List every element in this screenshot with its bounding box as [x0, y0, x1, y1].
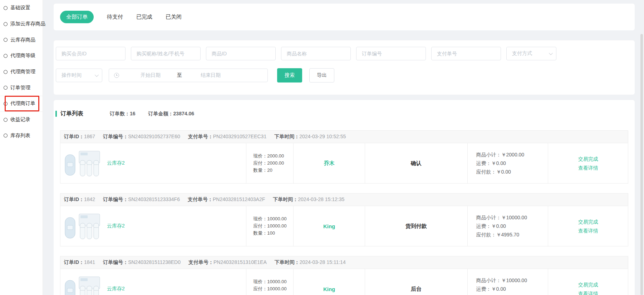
search-button[interactable]: 搜索	[277, 68, 302, 82]
order-no-label: 订单编号：	[103, 259, 128, 265]
sidebar-item-stock-list[interactable]: 库存列表	[0, 128, 43, 144]
pay-method-select[interactable]: 支付方式	[506, 47, 556, 60]
circle-icon	[4, 86, 8, 90]
pay-method-select-label: 支付方式	[512, 50, 532, 57]
circle-icon	[4, 54, 8, 58]
payable-line: 应付：10000.00	[253, 222, 293, 230]
price-line: 现价：2000.00	[253, 152, 293, 160]
order-body: 云库存2 现价：10000.00 应付：10000.00 数量：100 King…	[60, 206, 628, 246]
sidebar-item-label: 添加云库存商品	[10, 21, 45, 27]
tab-pending-payment[interactable]: 待支付	[107, 14, 123, 20]
start-date-placeholder[interactable]: 开始日期	[134, 72, 167, 79]
payable-line: 应付：2000.00	[253, 160, 293, 167]
order-time-value: 2024-03-28 15:11:14	[300, 259, 346, 265]
sidebar-item-income-records[interactable]: 收益记录	[0, 112, 43, 128]
sidebar: 基础设置 添加云库存商品 云库存商品 代理商等级 代理商管理 订单管理 代理商订…	[0, 0, 43, 295]
buyer-member-id-input[interactable]	[56, 47, 126, 60]
order-id-label: 订单ID：	[64, 259, 84, 265]
sidebar-item-label: 代理商等级	[10, 52, 35, 59]
order-status-text: 交易完成	[578, 155, 598, 162]
tab-completed[interactable]: 已完成	[136, 14, 152, 20]
buyer-cell[interactable]: 乔木	[293, 143, 365, 183]
order-no-label: 订单编号：	[103, 134, 128, 139]
order-time-value: 2024-03-29 10:52:55	[299, 134, 346, 139]
filter-row-1: 支付方式	[56, 47, 635, 60]
order-count: 订单数：16	[110, 111, 136, 117]
shipping-line: 运费：￥0.00	[476, 159, 548, 168]
order-time-label: 下单时间：	[275, 259, 300, 265]
order-time-label: 下单时间：	[274, 134, 299, 139]
order-body: 云库存2 现价：10000.00 应付：10000.00 King 后台 商品小…	[60, 269, 628, 295]
totals-cell: 商品小计：￥10000.00 运费：￥0.00	[467, 269, 548, 295]
price-line: 现价：10000.00	[253, 215, 293, 222]
buyer-cell[interactable]: King	[293, 206, 365, 246]
order-id-label: 订单ID：	[64, 134, 84, 139]
order-no-label: 订单编号：	[103, 196, 128, 202]
sidebar-item-agent-management[interactable]: 代理商管理	[0, 64, 43, 80]
product-image	[63, 274, 102, 295]
chevron-down-icon	[95, 73, 99, 77]
subtotal-line: 商品小计：￥10000.00	[476, 276, 548, 285]
order-no-value: SN2403291052737E60	[128, 134, 180, 139]
circle-icon	[4, 38, 8, 42]
tab-all-orders[interactable]: 全部订单	[60, 11, 94, 23]
clock-icon	[114, 73, 119, 78]
tab-closed[interactable]: 已关闭	[166, 14, 182, 20]
product-image	[63, 211, 102, 241]
sidebar-item-order-management[interactable]: 订单管理	[0, 80, 43, 96]
pay-no-value: PN240328151310E1EA	[213, 259, 267, 265]
time-type-select[interactable]: 操作时间	[56, 69, 102, 82]
sidebar-item-basic-settings[interactable]: 基础设置	[0, 0, 43, 16]
chevron-down-icon	[549, 51, 553, 55]
product-name-link[interactable]: 云库存2	[107, 223, 125, 229]
pay-no-input[interactable]	[431, 47, 501, 60]
order-time-value: 2024-03-28 15:12:35	[298, 196, 344, 202]
actions-cell: 交易完成 查看详情	[548, 206, 628, 246]
vertical-scrollbar[interactable]	[640, 34, 643, 295]
pay-no-label: 支付单号：	[188, 259, 213, 265]
pay-no-label: 支付单号：	[188, 134, 213, 139]
circle-icon	[4, 134, 8, 138]
due-line: 应付款：￥4995.70	[476, 230, 548, 239]
circle-icon	[4, 70, 8, 74]
buyer-nickname-input[interactable]	[131, 47, 201, 60]
circle-icon	[4, 6, 8, 10]
order-id-value: 1867	[84, 134, 95, 139]
price-line: 现价：10000.00	[253, 278, 293, 285]
view-detail-link[interactable]: 查看详情	[578, 227, 598, 234]
product-name-input[interactable]	[281, 47, 351, 60]
subtotal-line: 商品小计：￥2000.00	[476, 150, 548, 159]
product-name-link[interactable]: 云库存2	[107, 160, 125, 166]
order-header: 订单ID：1841 订单编号：SN2403281511238ED0 支付单号：P…	[60, 256, 628, 269]
product-name-link[interactable]: 云库存2	[107, 286, 125, 292]
sidebar-item-label: 代理商订单	[10, 100, 35, 107]
order-row: 订单ID：1867 订单编号：SN2403291052737E60 支付单号：P…	[60, 130, 628, 184]
date-range-picker[interactable]: 开始日期 至 结束日期	[109, 69, 268, 82]
export-button[interactable]: 导出	[309, 68, 334, 82]
sidebar-item-cloud-stock-products[interactable]: 云库存商品	[0, 32, 43, 48]
quantity-line: 数量：100	[253, 230, 293, 237]
sidebar-item-label: 订单管理	[10, 85, 30, 91]
order-no-value: SN24032815123334F6	[128, 196, 180, 202]
order-status-text: 交易完成	[578, 281, 598, 288]
order-list-title: 订单列表	[60, 110, 83, 118]
due-line	[476, 293, 548, 295]
view-detail-link[interactable]: 查看详情	[578, 290, 598, 295]
filter-row-2: 操作时间 开始日期 至 结束日期 搜索 导出	[56, 68, 635, 82]
sidebar-item-label: 代理商管理	[10, 69, 35, 75]
buyer-cell[interactable]: King	[293, 269, 365, 295]
time-type-select-label: 操作时间	[62, 72, 82, 79]
view-detail-link[interactable]: 查看详情	[578, 164, 598, 171]
sidebar-item-agent-orders[interactable]: 代理商订单	[0, 96, 43, 112]
pay-method-cell: 后台	[365, 269, 467, 295]
order-list-header: 订单列表 订单数：16 订单金额：23874.06	[54, 100, 635, 118]
shipping-line: 运费：￥0.00	[476, 222, 548, 230]
payable-line: 应付：10000.00	[253, 285, 293, 292]
sidebar-item-add-cloud-stock-product[interactable]: 添加云库存商品	[0, 16, 43, 32]
sidebar-item-agent-level[interactable]: 代理商等级	[0, 48, 43, 64]
product-id-input[interactable]	[206, 47, 276, 60]
end-date-placeholder[interactable]: 结束日期	[194, 72, 227, 79]
order-no-input[interactable]	[356, 47, 426, 60]
order-id-label: 订单ID：	[64, 196, 84, 202]
order-body: 云库存2 现价：2000.00 应付：2000.00 数量：20 乔木 确认 商…	[60, 143, 628, 183]
